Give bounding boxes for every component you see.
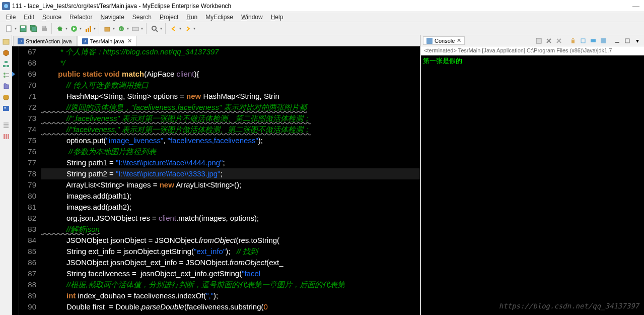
close-icon[interactable]: ✕ xyxy=(127,38,132,44)
minimize-view-icon[interactable] xyxy=(613,37,622,45)
window-title: 111 - face_Live_test/src/org/test/TesrMa… xyxy=(12,3,630,10)
console-output[interactable]: 第一张是假的 https://blog.csdn.net/qq_34137397 xyxy=(421,55,644,315)
new-button[interactable] xyxy=(4,24,14,34)
svg-rect-7 xyxy=(43,26,46,28)
back-button[interactable] xyxy=(169,24,179,34)
menu-edit[interactable]: Edit xyxy=(20,13,38,22)
code-content[interactable]: * 个人博客：https://blog.csdn.net/qq_34137397… xyxy=(39,46,420,315)
console-icon xyxy=(426,38,433,44)
print-button[interactable] xyxy=(39,24,49,34)
menu-bar: File Edit Source Refactor Navigate Searc… xyxy=(0,12,644,22)
menu-window[interactable]: Window xyxy=(237,13,267,22)
app-icon xyxy=(2,2,10,10)
svg-rect-30 xyxy=(536,38,541,43)
console-header: Console ✕ ▾ xyxy=(421,35,644,46)
menu-file[interactable]: File xyxy=(2,13,20,22)
editor-tab-tesrmain[interactable]: J TesrMain.java ✕ xyxy=(78,36,136,46)
search-button[interactable] xyxy=(150,24,160,34)
db-icon[interactable] xyxy=(2,93,11,102)
image-icon[interactable] xyxy=(2,104,11,113)
dropdown-icon[interactable]: ▾ xyxy=(126,26,130,31)
console-tab-label: Console xyxy=(435,38,455,44)
svg-rect-29 xyxy=(8,134,9,139)
save-button[interactable] xyxy=(18,24,28,34)
dropdown-icon[interactable]: ▾ xyxy=(14,26,18,31)
watermark-text: https://blog.csdn.net/qq_34137397 xyxy=(499,302,639,310)
svg-rect-31 xyxy=(571,40,575,43)
remove-terminated-button[interactable] xyxy=(544,37,553,45)
title-bar: 111 - face_Live_test/src/org/test/TesrMa… xyxy=(0,0,644,12)
save-all-button[interactable] xyxy=(29,24,39,34)
menu-search[interactable]: Search xyxy=(128,13,156,22)
dropdown-icon[interactable]: ▾ xyxy=(140,26,144,31)
dropdown-icon[interactable]: ▾ xyxy=(192,26,196,31)
tab-label: TesrMain.java xyxy=(90,38,124,44)
java-file-icon: J xyxy=(82,38,88,44)
minimize-button[interactable]: — xyxy=(630,2,642,10)
run-button[interactable] xyxy=(69,24,79,34)
profile-button[interactable] xyxy=(83,24,93,34)
remove-all-button[interactable] xyxy=(554,37,563,45)
dropdown-icon[interactable]: ▾ xyxy=(64,26,68,31)
svg-rect-10 xyxy=(86,29,87,32)
svg-rect-34 xyxy=(601,38,606,43)
package-explorer-icon[interactable] xyxy=(2,37,11,46)
dropdown-icon[interactable]: ▾ xyxy=(159,26,163,31)
svg-rect-3 xyxy=(21,26,25,28)
svg-rect-27 xyxy=(4,134,5,139)
svg-text:C: C xyxy=(120,27,123,31)
menu-source[interactable]: Source xyxy=(38,13,65,22)
scroll-lock-button[interactable] xyxy=(568,37,578,45)
navigator-icon[interactable] xyxy=(2,82,11,91)
editor-tabs: J StudentAction.java J TesrMain.java ✕ xyxy=(12,35,420,46)
menu-project[interactable]: Project xyxy=(156,13,182,22)
pin-button[interactable] xyxy=(579,37,588,45)
maximize-view-icon[interactable] xyxy=(623,37,632,45)
main-toolbar: ▾ ▾ ▾ ▾ ▾ C▾ ▾ ▾ ▾ ▾ xyxy=(0,22,644,35)
svg-point-26 xyxy=(4,107,6,109)
menu-myeclipse[interactable]: MyEclipse xyxy=(201,13,237,22)
view-menu-icon[interactable]: ▾ xyxy=(633,37,642,45)
svg-point-17 xyxy=(152,26,156,30)
code-editor[interactable]: 6768 6970 717273 747576 777879 808182 83… xyxy=(12,46,420,315)
svg-rect-5 xyxy=(32,27,37,32)
editor-area: J StudentAction.java J TesrMain.java ✕ 6… xyxy=(12,35,420,315)
svg-rect-33 xyxy=(591,39,596,42)
svg-rect-32 xyxy=(581,39,585,43)
close-icon[interactable]: ✕ xyxy=(457,37,461,44)
display-selected-button[interactable] xyxy=(589,37,598,45)
dropdown-icon[interactable]: ▾ xyxy=(93,26,97,31)
left-vertical-toolbar xyxy=(0,35,12,315)
console-tab[interactable]: Console ✕ xyxy=(423,36,465,45)
menu-navigate[interactable]: Navigate xyxy=(96,13,128,22)
svg-point-22 xyxy=(4,73,6,75)
svg-rect-35 xyxy=(625,39,629,43)
package-button[interactable] xyxy=(102,24,112,34)
svg-rect-13 xyxy=(105,27,110,31)
svg-point-0 xyxy=(4,4,8,8)
forward-button[interactable] xyxy=(183,24,193,34)
type-hierarchy-icon[interactable] xyxy=(2,59,11,69)
debug-button[interactable] xyxy=(55,24,65,34)
dropdown-icon[interactable]: ▾ xyxy=(79,26,83,31)
console-panel: Console ✕ ▾ <terminated> TesrMain [Java … xyxy=(420,35,644,315)
tab-label: StudentAction.java xyxy=(26,38,72,44)
menu-help[interactable]: Help xyxy=(267,13,288,22)
editor-tab-studentaction[interactable]: J StudentAction.java xyxy=(13,36,77,46)
menu-run[interactable]: Run xyxy=(182,13,201,22)
line-gutter: 6768 6970 717273 747576 777879 808182 83… xyxy=(19,46,39,315)
svg-rect-20 xyxy=(3,65,6,67)
type-button[interactable] xyxy=(130,24,140,34)
console-output-line: 第一张是假的 xyxy=(423,57,462,65)
svg-point-23 xyxy=(4,76,6,78)
cube-icon[interactable] xyxy=(2,48,11,57)
dropdown-icon[interactable]: ▾ xyxy=(112,26,116,31)
class-button[interactable]: C xyxy=(116,24,126,34)
clear-console-button[interactable] xyxy=(534,37,543,45)
open-console-button[interactable] xyxy=(599,37,608,45)
outline-icon[interactable] xyxy=(2,71,11,80)
bookmark-icon[interactable] xyxy=(2,132,11,141)
menu-refactor[interactable]: Refactor xyxy=(65,13,96,22)
dropdown-icon[interactable]: ▾ xyxy=(178,26,182,31)
ruler-icon[interactable] xyxy=(2,121,11,130)
